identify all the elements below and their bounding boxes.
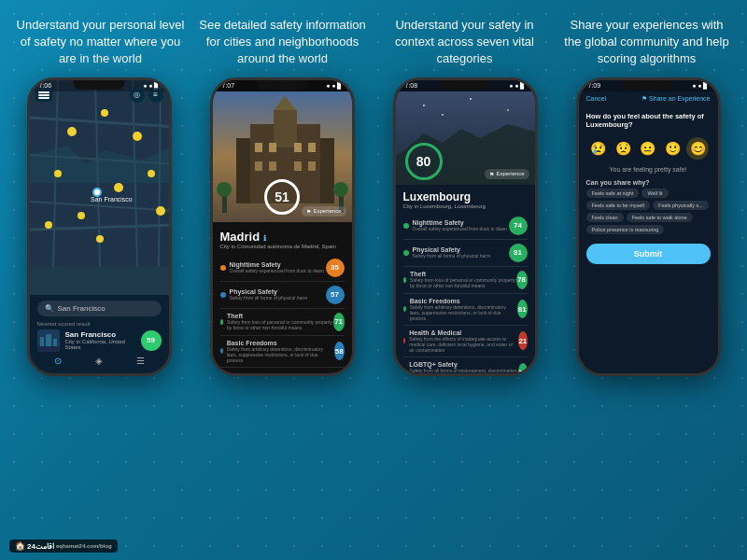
caption-1: Understand your personal level of safety… (14, 17, 187, 68)
tag-6[interactable]: Police presence is reassuring (586, 225, 665, 234)
share-question: How do you feel about the safety of Luxe… (579, 106, 718, 134)
svg-point-14 (114, 183, 123, 192)
madrid-stat-physical: Physical Safety Safety from all forms of… (220, 282, 345, 309)
physical-score: 57 (326, 286, 345, 304)
nearby-label: Nearest scored result (37, 321, 162, 327)
phone-4-frame: 7:09 ● ● ▊ Cancel ⚑ Share an Experience … (576, 77, 721, 376)
emoji-great[interactable]: 😊 (686, 137, 709, 160)
share-action[interactable]: ⚑ Share an Experience (641, 95, 710, 103)
physical-dot (220, 292, 226, 298)
share-prompt: Can you share why? (579, 175, 718, 189)
lux-nighttime-score: 74 (509, 217, 528, 235)
madrid-stat-nighttime: Nighttime Safety Overall safety experien… (220, 255, 345, 282)
tag-2[interactable]: Feels safe to be myself (586, 201, 651, 210)
phone-4-time: 7:09 (588, 82, 601, 90)
lux-stat-freedoms: Basic Freedoms Safety from arbitrary det… (403, 294, 528, 326)
cancel-button[interactable]: Cancel (586, 95, 607, 102)
svg-point-10 (67, 127, 77, 136)
map-svg: San Francisco (30, 80, 169, 267)
nighttime-score: 35 (326, 259, 345, 277)
phone-3-wrapper: 7:08 ● ● ▊ (384, 77, 547, 376)
svg-rect-38 (269, 161, 276, 171)
emoji-terrible[interactable]: 😢 (587, 137, 610, 160)
share-header: Cancel ⚑ Share an Experience (579, 91, 718, 106)
nav-list-icon[interactable]: ☰ (136, 356, 145, 366)
phone-4-screen: 7:09 ● ● ▊ Cancel ⚑ Share an Experience … (579, 80, 718, 373)
svg-point-22 (94, 189, 100, 195)
svg-text:San Francisco: San Francisco (91, 196, 133, 203)
result-info: San Francisco City in California, United… (65, 330, 135, 350)
madrid-score-badge: 51 (264, 179, 300, 215)
phone-2-wrapper: 7:07 ● ● ▊ (201, 77, 364, 376)
phone-2-time: 7:07 (222, 82, 235, 90)
phone-3-signal: ● ● ▊ (509, 82, 525, 90)
search-icon: 🔍 (45, 304, 54, 313)
tags-grid: Feels safe at night Well lit Feels safe … (579, 189, 718, 234)
emoji-rating-row: 😢 😟 😐 🙂 😊 (579, 133, 718, 163)
svg-rect-25 (46, 334, 51, 346)
svg-rect-31 (274, 110, 297, 147)
madrid-city-info: Madrid ℹ City in Comunidad autónoma de M… (213, 222, 352, 368)
emoji-neutral[interactable]: 😐 (637, 137, 659, 160)
feeling-text: You are feeling pretty safe! (579, 163, 718, 175)
svg-rect-33 (255, 143, 262, 152)
svg-point-15 (78, 212, 85, 219)
search-text: San Francisco (58, 304, 106, 313)
luxembourg-hero: 80 ⚑ Experience (396, 91, 535, 185)
lux-stat-theft: Theft Safety from loss of personal or co… (403, 267, 528, 294)
svg-point-50 (442, 114, 444, 116)
menu-button[interactable] (35, 89, 52, 102)
lux-stat-health: Health & Medical Safety from the effects… (403, 326, 528, 357)
phone-2-signal: ● ● ▊ (326, 82, 342, 90)
emoji-good[interactable]: 🙂 (662, 137, 684, 160)
watermark-text: اقامت24 (27, 542, 54, 551)
madrid-score-value: 51 (275, 189, 289, 204)
svg-point-11 (101, 109, 108, 117)
menu-line (38, 94, 49, 96)
svg-rect-40 (308, 161, 316, 171)
lux-stat-nighttime: Nighttime Safety Overall safety experien… (403, 213, 528, 240)
map-actions: ◎ ≡ (130, 88, 163, 103)
nav-safety-icon[interactable]: ◈ (95, 356, 103, 366)
svg-point-47 (423, 105, 425, 106)
nav-map-icon[interactable]: ⊙ (54, 356, 62, 366)
svg-point-13 (54, 170, 62, 177)
tag-3[interactable]: Feels physically s... (653, 201, 709, 210)
svg-rect-34 (269, 143, 276, 152)
luxembourg-city-sub: City in Luxembourg, Luxembourg (403, 203, 528, 209)
svg-point-12 (133, 132, 142, 141)
madrid-stat-theft: Theft Safety from loss of personal or co… (220, 309, 345, 336)
caption-3: Understand your safety in context across… (378, 17, 551, 68)
svg-point-42 (217, 182, 232, 197)
filter-button[interactable]: ≡ (148, 88, 163, 103)
madrid-city-name: Madrid ℹ (220, 230, 345, 244)
svg-rect-35 (294, 143, 302, 152)
emoji-bad[interactable]: 😟 (612, 137, 634, 160)
submit-button[interactable]: Submit (586, 244, 711, 264)
luxembourg-score-value: 80 (416, 154, 431, 169)
theft-dot (220, 319, 224, 325)
tag-0[interactable]: Feels safe at night (586, 189, 640, 198)
location-button[interactable]: ◎ (130, 88, 145, 103)
lux-health-score: 21 (518, 331, 527, 350)
city-thumb-svg (37, 329, 60, 352)
phone-4-signal: ● ● ▊ (692, 82, 708, 90)
tag-4[interactable]: Feels clean (586, 213, 624, 222)
svg-point-48 (470, 98, 472, 100)
tag-1[interactable]: Well lit (641, 189, 668, 198)
result-city-sub: City in California, United States (65, 339, 135, 350)
main-container: Understand your personal level of safety… (0, 0, 747, 560)
luxembourg-info: Luxembourg City in Luxembourg, Luxembour… (396, 185, 535, 373)
lux-experience-tag[interactable]: ⚑ Experience (485, 169, 529, 179)
phone-3-screen: 7:08 ● ● ▊ (396, 80, 535, 373)
phone-3-time: 7:08 (405, 82, 418, 90)
result-item[interactable]: San Francisco City in California, United… (37, 329, 162, 352)
tag-5[interactable]: Feels safe to walk alone (627, 213, 693, 222)
phone-3-frame: 7:08 ● ● ▊ (393, 77, 538, 376)
bottom-nav: ⊙ ◈ ☰ (37, 352, 162, 368)
experience-tag[interactable]: ⚑ Experience (302, 206, 345, 217)
phone-2-frame: 7:07 ● ● ▊ (210, 77, 355, 376)
search-bar[interactable]: 🔍 San Francisco (37, 301, 162, 316)
lux-stat-physical: Physical Safety Safety from all forms of… (403, 240, 528, 267)
map-header: ◎ ≡ (35, 88, 163, 103)
